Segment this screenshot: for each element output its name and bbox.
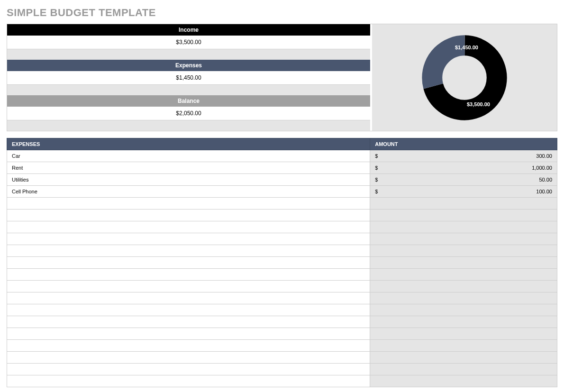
spacer [7,49,370,60]
summary-column: Income $3,500.00 Expenses $1,450.00 Bala… [7,24,370,131]
donut-chart: $1,450.00 $3,500.00 [372,24,557,131]
expense-amount-cell[interactable] [370,257,557,269]
table-row [7,221,557,233]
expense-name-cell[interactable] [7,269,370,281]
table-row [7,292,557,304]
expense-amount-cell[interactable] [370,292,557,304]
table-row [7,269,557,281]
expense-amount-cell[interactable]: $50.00 [370,174,557,186]
expense-amount-cell[interactable] [370,281,557,292]
table-row [7,210,557,221]
expense-amount-cell[interactable] [370,364,557,375]
expense-name-cell[interactable] [7,281,370,292]
col-header-amount: AMOUNT [370,138,557,150]
table-row: Rent$1,000.00 [7,162,557,174]
expense-amount-cell[interactable] [370,221,557,233]
expenses-value: $1,450.00 [7,71,370,85]
expense-amount-cell[interactable] [370,328,557,340]
table-row [7,245,557,257]
income-value[interactable]: $3,500.00 [7,36,370,49]
expense-name-cell[interactable] [7,245,370,257]
expense-name-cell[interactable] [7,257,370,269]
spacer [7,85,370,95]
table-row [7,281,557,292]
expenses-header: Expenses [7,60,370,71]
expense-name-cell[interactable] [7,375,370,387]
expense-amount-cell[interactable] [370,269,557,281]
expense-name-cell[interactable] [7,328,370,340]
expense-name-cell[interactable] [7,292,370,304]
expense-name-cell[interactable] [7,316,370,328]
donut-label-expenses: $1,450.00 [455,45,478,50]
table-row [7,198,557,210]
balance-header: Balance [7,95,370,107]
expense-name-cell[interactable] [7,210,370,221]
expense-name-cell[interactable]: Car [7,150,370,162]
expense-name-cell[interactable] [7,198,370,210]
expense-name-cell[interactable] [7,221,370,233]
donut-hole [444,57,485,98]
income-header: Income [7,24,370,36]
table-row [7,233,557,245]
table-row [7,352,557,364]
table-row [7,340,557,352]
donut-label-income: $3,500.00 [467,101,490,107]
expense-amount-cell[interactable] [370,210,557,221]
summary-section: Income $3,500.00 Expenses $1,450.00 Bala… [7,24,557,131]
expense-name-cell[interactable]: Utilities [7,174,370,186]
table-row [7,328,557,340]
expense-amount-cell[interactable] [370,304,557,316]
balance-value: $2,050.00 [7,107,370,120]
expense-amount-cell[interactable] [370,245,557,257]
table-row: Car$300.00 [7,150,557,162]
expense-amount-cell[interactable] [370,316,557,328]
expense-name-cell[interactable] [7,304,370,316]
table-row [7,304,557,316]
expense-name-cell[interactable] [7,233,370,245]
table-row [7,364,557,375]
page-title: SIMPLE BUDGET TEMPLATE [7,7,557,19]
expense-name-cell[interactable] [7,352,370,364]
expense-amount-cell[interactable] [370,340,557,352]
table-row: Utilities$50.00 [7,174,557,186]
col-header-expenses: EXPENSES [7,138,370,150]
table-row [7,257,557,269]
expense-amount-cell[interactable] [370,233,557,245]
expense-name-cell[interactable]: Rent [7,162,370,174]
spacer [7,120,370,131]
expense-name-cell[interactable] [7,364,370,375]
expense-amount-cell[interactable]: $100.00 [370,186,557,198]
expenses-table: EXPENSES AMOUNT Car$300.00Rent$1,000.00U… [7,138,557,387]
expense-amount-cell[interactable]: $300.00 [370,150,557,162]
expense-name-cell[interactable] [7,340,370,352]
expense-amount-cell[interactable]: $1,000.00 [370,162,557,174]
expense-amount-cell[interactable] [370,198,557,210]
table-row: Cell Phone$100.00 [7,186,557,198]
table-row [7,316,557,328]
table-row [7,375,557,387]
expense-amount-cell[interactable] [370,352,557,364]
expense-amount-cell[interactable] [370,375,557,387]
expense-name-cell[interactable]: Cell Phone [7,186,370,198]
